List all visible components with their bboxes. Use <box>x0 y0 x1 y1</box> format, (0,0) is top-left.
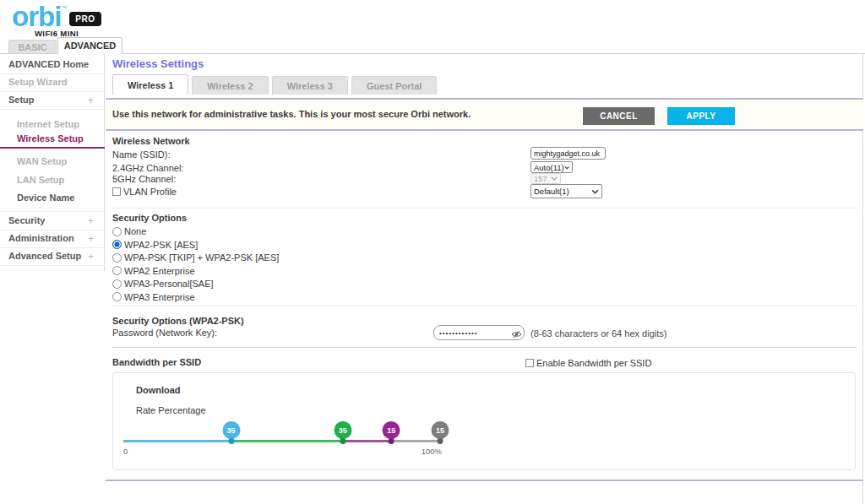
slider-segment-4 <box>391 440 440 442</box>
divider <box>0 73 105 74</box>
tab-guest-portal[interactable]: Guest Portal <box>351 76 437 95</box>
bandwidth-section: Bandwidth per SSID Enable Bandwidth per … <box>112 357 857 475</box>
download-label: Download <box>136 385 181 395</box>
slider-pin-value: 15 <box>387 426 395 435</box>
channel-24ghz-select[interactable]: Auto(11) <box>530 161 573 173</box>
radio-label: WPA3 Enterprise <box>124 292 195 302</box>
password-hint: (8-63 characters or 64 hex digits) <box>530 328 666 339</box>
radio-icon[interactable] <box>112 292 122 301</box>
channel-5ghz-select: 157 <box>530 173 561 184</box>
sidebar-item-setup-wizard[interactable]: Setup Wizard <box>8 77 68 87</box>
sidebar-item-device-name[interactable]: Device Name <box>17 192 75 203</box>
wireless-subtabs: Wireless 1 Wireless 2 Wireless 3 Guest P… <box>112 74 437 95</box>
section-title: Bandwidth per SSID <box>112 357 857 367</box>
radio-icon-selected[interactable] <box>112 240 122 249</box>
divider <box>0 247 105 248</box>
enable-bandwidth-label: Enable Bandwidth per SSID <box>536 358 651 368</box>
slider-pin-3[interactable]: 15 <box>383 421 400 439</box>
radio-label: WPA2-PSK [AES] <box>124 240 198 250</box>
cancel-button[interactable]: CANCEL <box>583 107 655 125</box>
sidebar-item-wireless-setup[interactable]: Wireless Setup <box>17 133 84 144</box>
vlan-profile-row: VLAN Profile <box>112 187 177 197</box>
expand-plus-icon[interactable]: + <box>88 233 94 245</box>
sidebar-item-advanced-setup[interactable]: Advanced Setup <box>8 251 81 261</box>
radio-icon[interactable] <box>112 227 122 236</box>
ssid-input[interactable] <box>530 147 606 160</box>
slider-pin-value: 15 <box>436 426 444 435</box>
page-title: Wireless Settings <box>112 57 204 70</box>
sidebar-item-lan-setup[interactable]: LAN Setup <box>17 175 64 185</box>
chevron-down-icon <box>591 189 599 194</box>
radio-label: WPA3-Personal[SAE] <box>124 279 214 289</box>
radio-option-wpa2-enterprise[interactable]: WPA2 Enterprise <box>112 266 195 276</box>
enable-bandwidth-checkbox[interactable] <box>525 359 534 367</box>
vlan-profile-label: VLAN Profile <box>123 187 177 197</box>
channel-5ghz-label: 5GHz Channel: <box>112 174 176 184</box>
radio-label: WPA-PSK [TKIP] + WPA2-PSK [AES] <box>124 252 279 263</box>
radio-icon[interactable] <box>112 279 122 289</box>
orbi-logo-text: orbi <box>12 3 61 30</box>
slider-dot <box>228 438 234 444</box>
expand-plus-icon[interactable]: + <box>88 251 94 263</box>
show-password-icon[interactable] <box>511 328 522 343</box>
brand-logo: orbi ™ PRO WIFI6 MINI <box>12 3 101 38</box>
vlan-profile-select[interactable]: Default(1) <box>530 184 602 198</box>
slider-dot <box>389 438 394 444</box>
tab-basic[interactable]: BASIC <box>8 40 57 54</box>
tab-wireless-2[interactable]: Wireless 2 <box>192 76 268 95</box>
vlan-profile-checkbox[interactable] <box>112 187 121 196</box>
security-options-section: Security Options None WPA2-PSK [AES] WPA… <box>112 213 857 306</box>
slider-pin-2[interactable]: 35 <box>334 421 351 439</box>
radio-label: WPA2 Enterprise <box>124 266 195 276</box>
sidebar-item-internet-setup[interactable]: Internet Setup <box>17 119 79 129</box>
slider-pin-4[interactable]: 15 <box>432 421 449 439</box>
wpa2-psk-section: Security Options (WPA2-PSK) Password (Ne… <box>112 316 857 347</box>
tab-advanced[interactable]: ADVANCED <box>57 37 122 54</box>
pro-badge: PRO <box>69 12 101 26</box>
slider-dot <box>340 438 345 444</box>
tab-wireless-1[interactable]: Wireless 1 <box>112 74 188 95</box>
slider-segment-2 <box>231 440 343 442</box>
apply-button[interactable]: APPLY <box>667 107 735 125</box>
radio-label: None <box>124 226 146 236</box>
divider <box>112 208 857 209</box>
ssid-label: Name (SSID): <box>112 149 170 160</box>
notice-message: Use this network for administrative task… <box>112 109 471 119</box>
enable-bandwidth-row: Enable Bandwidth per SSID <box>525 358 651 368</box>
slider-pin-1[interactable]: 35 <box>222 421 240 439</box>
expand-plus-icon[interactable]: + <box>88 95 94 106</box>
divider <box>0 230 105 230</box>
chevron-down-icon <box>551 176 558 181</box>
sidebar-item-wan-setup[interactable]: WAN Setup <box>17 156 67 166</box>
active-item-underline <box>0 147 105 149</box>
radio-option-wpa3-personal-sae[interactable]: WPA3-Personal[SAE] <box>112 279 214 289</box>
wireless-network-section: Wireless Network Name (SSID): 2.4GHz Cha… <box>112 136 857 209</box>
radio-icon[interactable] <box>112 266 122 275</box>
expand-plus-icon[interactable]: + <box>88 215 94 227</box>
sidebar-item-administration[interactable]: Administration <box>8 233 74 243</box>
section-title: Wireless Network <box>112 136 857 146</box>
sidebar-item-security[interactable]: Security <box>8 215 45 225</box>
sidebar-item-advanced-home[interactable]: ADVANCED Home <box>8 59 89 69</box>
bandwidth-box: Download Rate Percentage 35 35 <box>112 372 856 470</box>
radio-option-wpa-psk-tkip-wpa2-psk-aes[interactable]: WPA-PSK [TKIP] + WPA2-PSK [AES] <box>112 252 279 263</box>
channel-24ghz-value: Auto(11) <box>534 163 564 172</box>
radio-option-none[interactable]: None <box>112 226 146 236</box>
channel-24ghz-label: 2.4GHz Channel: <box>112 163 183 173</box>
divider <box>0 91 105 92</box>
vlan-profile-value: Default(1) <box>534 187 569 196</box>
radio-option-wpa2-psk-aes[interactable]: WPA2-PSK [AES] <box>112 240 198 250</box>
main-content: Wireless Settings Wireless 1 Wireless 2 … <box>106 54 863 504</box>
channel-5ghz-value: 157 <box>534 174 547 183</box>
slider-pin-value: 35 <box>226 426 235 435</box>
radio-icon[interactable] <box>112 253 122 263</box>
divider <box>112 306 857 306</box>
slider-segment-3 <box>343 440 391 442</box>
slider-pin-value: 35 <box>339 426 347 435</box>
section-title: Security Options <box>112 213 857 223</box>
sidebar-item-setup[interactable]: Setup <box>8 95 35 105</box>
sidebar: ADVANCED Home Setup Wizard Setup + Inter… <box>0 54 105 271</box>
tab-wireless-3[interactable]: Wireless 3 <box>272 76 348 95</box>
divider <box>0 211 105 212</box>
radio-option-wpa3-enterprise[interactable]: WPA3 Enterprise <box>112 292 195 302</box>
